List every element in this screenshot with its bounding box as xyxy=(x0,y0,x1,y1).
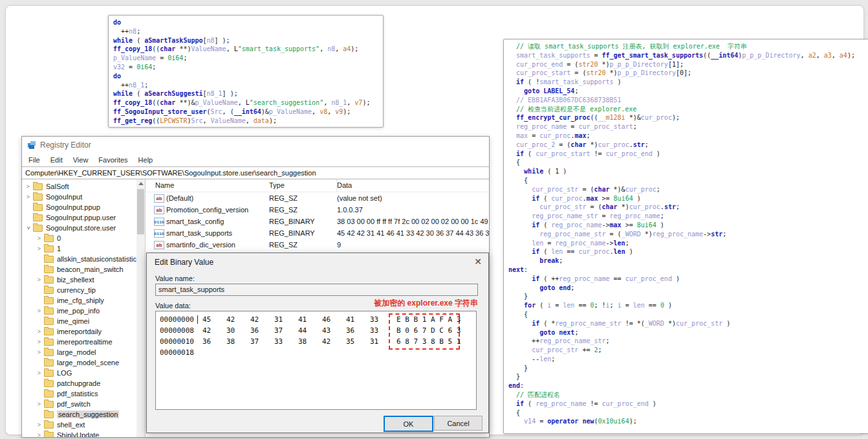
value-row-smartinfo_dic_version[interactable]: absmartinfo_dic_versionREG_SZ9 xyxy=(146,239,489,251)
hex-byte: 42 xyxy=(226,314,243,325)
menu-item-help[interactable]: Help xyxy=(133,156,158,164)
value-row-(Default)[interactable]: ab(Default)REG_SZ(value not set) xyxy=(146,192,489,204)
tree-item-label: pdf_statistics xyxy=(57,390,98,398)
tree-item-SogouInput.store.user[interactable]: >SogouInput.store.user xyxy=(22,223,136,233)
chevron-collapsed-icon[interactable]: > xyxy=(35,422,43,428)
ok-button[interactable]: OK xyxy=(384,416,433,432)
reg-sz-icon: ab xyxy=(154,206,164,214)
hex-row-00000010: 0000001036383733384235316 8 7 3 8 B 5 1 xyxy=(160,336,476,347)
chevron-collapsed-icon[interactable]: > xyxy=(24,194,32,200)
tree-item-label: SogouInput xyxy=(46,193,82,201)
value-row-smart_task_config[interactable]: 0110smart_task_configREG_BINARY38 03 00 … xyxy=(146,216,489,227)
value-name-field[interactable]: smart_task_supports xyxy=(155,284,478,296)
chevron-collapsed-icon[interactable]: > xyxy=(35,432,43,437)
tree-item-SogouInput[interactable]: >SogouInput xyxy=(22,192,136,202)
registry-editor-icon xyxy=(27,141,36,150)
hex-byte: 44 xyxy=(298,325,315,336)
tree-item-label: allskin_statusiconstatistics xyxy=(57,255,136,263)
chevron-collapsed-icon[interactable]: > xyxy=(35,245,43,252)
hex-byte: 37 xyxy=(250,336,267,347)
value-type: REG_BINARY xyxy=(269,227,315,239)
column-header-data[interactable]: Data xyxy=(334,179,489,192)
value-name: smart_task_supports xyxy=(166,227,232,239)
cancel-button[interactable]: Cancel xyxy=(434,416,483,431)
value-type: REG_SZ xyxy=(269,192,298,204)
chevron-collapsed-icon[interactable]: > xyxy=(24,183,32,190)
tree-item-patchupgrade[interactable]: patchupgrade xyxy=(22,378,136,388)
chevron-collapsed-icon[interactable]: > xyxy=(35,349,43,355)
chevron-collapsed-icon[interactable]: > xyxy=(35,328,43,335)
chevron-collapsed-icon[interactable]: > xyxy=(35,370,43,376)
scroll-up-icon[interactable] xyxy=(138,182,144,185)
tree-item-ime_qimei[interactable]: ime_qimei xyxy=(22,316,136,326)
hex-byte: 38 xyxy=(226,336,243,347)
chevron-collapsed-icon[interactable]: > xyxy=(35,235,43,242)
value-data: 45 42 42 31 41 46 41 33 42 30 36 37 44 4… xyxy=(337,227,489,239)
tree-item-SalSoft[interactable]: >SalSoft xyxy=(22,181,136,192)
tree-item-currency_tip[interactable]: currency_tip xyxy=(22,285,136,295)
tree-item-ime_cfg_shiply[interactable]: ime_cfg_shiply xyxy=(22,295,136,306)
chevron-collapsed-icon[interactable]: > xyxy=(35,276,43,283)
tree-item-pdf_switch[interactable]: >pdf_switch xyxy=(22,399,136,409)
screenshot-root: do ++n8;while ( aSmartTaskSuppo[n8] );ff… xyxy=(0,0,868,439)
chevron-collapsed-icon[interactable]: > xyxy=(35,308,43,314)
hex-row-00000018: 00000018 xyxy=(160,347,476,358)
tree-item-pdf_statistics[interactable]: pdf_statistics xyxy=(22,388,136,399)
tree-item-LOG[interactable]: >LOG xyxy=(22,368,136,378)
hex-ascii: B 0 6 7 D C 6 3 xyxy=(396,325,461,336)
chevron-expanded-icon[interactable]: > xyxy=(25,224,32,232)
tree-item-search_suggestion[interactable]: search_suggestion xyxy=(22,409,136,420)
tree-scrollbar[interactable] xyxy=(136,179,145,437)
menu-item-view[interactable]: View xyxy=(68,156,94,164)
tree-item-SogouInput.ppup[interactable]: SogouInput.ppup xyxy=(22,202,136,212)
column-header-type[interactable]: Type xyxy=(266,179,337,192)
code-snippet-top: do ++n8;while ( aSmartTaskSuppo[n8] );ff… xyxy=(108,15,384,128)
value-name: smartinfo_dic_version xyxy=(166,239,235,251)
tree-item-0[interactable]: >0 xyxy=(22,233,136,243)
hex-row-00000008: 000000084230363744433633B 0 6 7 D C 6 3 xyxy=(160,325,476,336)
tree-item-SogouInput.ppup.user[interactable]: SogouInput.ppup.user xyxy=(22,212,136,223)
folder-icon xyxy=(44,308,54,315)
hex-ascii: 6 8 7 3 8 B 5 1 xyxy=(396,336,461,347)
value-data: (value not set) xyxy=(337,192,382,204)
value-row-Promotion_config_version[interactable]: abPromotion_config_versionREG_SZ1.0.0.37 xyxy=(146,204,489,216)
tree-item-label: imereportdaily xyxy=(57,328,102,335)
tree-item-ShiplyUpdate[interactable]: >ShiplyUpdate xyxy=(22,430,136,437)
chevron-collapsed-icon[interactable]: > xyxy=(35,401,43,407)
column-header-name[interactable]: Name xyxy=(146,179,276,192)
address-bar[interactable]: Computer\HKEY_CURRENT_USER\SOFTWARE\Sogo… xyxy=(22,167,489,179)
tree-item-biz_shellext[interactable]: >biz_shellext xyxy=(22,275,136,285)
tree-item-shell_ext[interactable]: >shell_ext xyxy=(22,420,136,430)
folder-icon xyxy=(33,204,43,211)
tree-item-beacon_main_switch[interactable]: beacon_main_switch xyxy=(22,264,136,275)
folder-icon xyxy=(44,287,54,294)
menu-item-file[interactable]: File xyxy=(23,156,45,164)
tree-item-large_model[interactable]: >large_model xyxy=(22,347,136,357)
menu-item-edit[interactable]: Edit xyxy=(45,156,68,164)
folder-icon xyxy=(44,266,54,273)
chevron-collapsed-icon[interactable]: > xyxy=(35,339,43,345)
close-icon[interactable]: ✕ xyxy=(474,256,482,267)
menu-item-favorites[interactable]: Favorites xyxy=(93,156,133,164)
folder-icon xyxy=(44,401,54,408)
hex-byte: 42 xyxy=(202,325,219,336)
tree-item-1[interactable]: >1 xyxy=(22,243,136,254)
hex-byte: 30 xyxy=(226,325,243,336)
code-snippet-right: // 读取 smart_task_supports 注册表, 获取到 explo… xyxy=(503,39,868,434)
tree-item-imereportdaily[interactable]: >imereportdaily xyxy=(22,326,136,337)
scrollbar-thumb[interactable] xyxy=(137,189,144,234)
tree-item-label: currency_tip xyxy=(57,286,96,294)
hex-address: 00000018 xyxy=(160,347,194,358)
hex-byte: 33 xyxy=(370,325,387,336)
tree-item-allskin_statusiconstatistics[interactable]: allskin_statusiconstatistics xyxy=(22,254,136,264)
tree-item-imereportrealtime[interactable]: >imereportrealtime xyxy=(22,337,136,347)
folder-icon xyxy=(44,422,54,429)
tree-item-label: LOG xyxy=(57,369,72,377)
value-data-hex-editor[interactable]: 000000004542423141464133E B B 1 A F A 30… xyxy=(155,311,477,410)
hex-byte: 42 xyxy=(250,314,267,325)
tree-item-large_model_scene[interactable]: large_model_scene xyxy=(22,357,136,368)
value-row-smart_task_supports[interactable]: 0110smart_task_supportsREG_BINARY45 42 4… xyxy=(146,227,489,239)
tree-item-ime_pop_info[interactable]: >ime_pop_info xyxy=(22,306,136,316)
tree-item-label: ime_qimei xyxy=(57,317,89,325)
tree-item-label: 0 xyxy=(57,234,61,242)
